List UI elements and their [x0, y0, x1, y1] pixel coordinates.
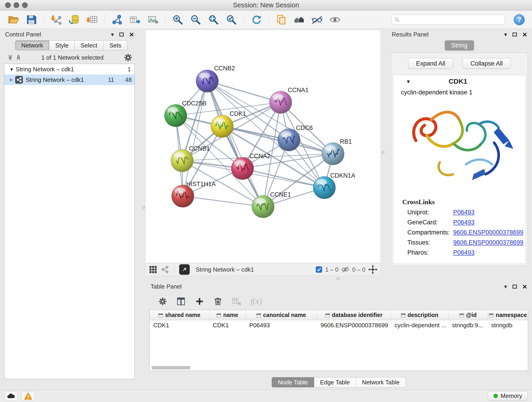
zoom-in-button[interactable]: [170, 12, 185, 27]
horizontal-scrollbar[interactable]: [152, 366, 525, 370]
panel-float-icon[interactable]: [119, 32, 124, 36]
zoom-fit-button[interactable]: [206, 12, 221, 27]
tab-select[interactable]: Select: [75, 40, 103, 51]
panel-collapse-icon[interactable]: ▾: [111, 32, 114, 37]
window-minimize-button[interactable]: [13, 2, 19, 8]
show-button[interactable]: [327, 12, 342, 27]
network-edge[interactable]: [207, 81, 263, 207]
zoom-out-button[interactable]: [188, 12, 203, 27]
network-row[interactable]: String Network – cdk1 11 48: [4, 75, 134, 85]
tab-network[interactable]: Network: [15, 40, 49, 51]
table-options-button[interactable]: [158, 297, 167, 306]
crosslink-link[interactable]: P06493: [453, 249, 475, 256]
open-in-window-button[interactable]: [179, 264, 190, 275]
tab-network-table[interactable]: Network Table: [356, 377, 406, 387]
tab-sets[interactable]: Sets: [103, 40, 127, 51]
network-node-CCNB2[interactable]: CCNB2: [196, 65, 235, 92]
network-node-RB1[interactable]: RB1: [322, 138, 352, 165]
tab-style[interactable]: Style: [49, 40, 75, 51]
table-cell[interactable]: CDK1: [150, 320, 209, 331]
panel-close-icon[interactable]: ×: [129, 31, 134, 38]
network-canvas[interactable]: CCNB2CCNA1CDC25BCDK1CDC6RB1CCNB1CCNA2CDK…: [145, 30, 381, 263]
expand-all-icon[interactable]: ≫: [15, 55, 22, 60]
memory-button[interactable]: Memory: [488, 391, 528, 401]
zoom-selected-button[interactable]: [224, 12, 239, 27]
new-network-button[interactable]: [109, 12, 125, 27]
panel-close-icon[interactable]: ×: [522, 31, 527, 38]
search-input[interactable]: [402, 16, 502, 23]
export-table-button[interactable]: [127, 12, 143, 27]
tab-node-table[interactable]: Node Table: [272, 377, 314, 387]
home-button[interactable]: [292, 12, 307, 27]
selected-checkbox-icon[interactable]: [316, 266, 322, 273]
column-header-namespace[interactable]: namespace: [488, 310, 528, 320]
column-header-canonical-name[interactable]: canonical name: [246, 310, 317, 320]
crosslink-link[interactable]: 9606.ENSP00000378699: [453, 239, 523, 246]
table-cell[interactable]: 9606.ENSP00000378699: [317, 320, 391, 331]
import-network-file-button[interactable]: [49, 12, 64, 27]
table-row[interactable]: CDK1CDK1P064939606.ENSP00000378699cyclin…: [150, 320, 528, 331]
network-edge[interactable]: [183, 81, 207, 196]
tab-edge-table[interactable]: Edge Table: [314, 377, 356, 387]
panel-collapse-icon[interactable]: ▾: [504, 32, 507, 37]
left-splitter-handle[interactable]: [142, 206, 145, 209]
network-overview-icon[interactable]: [161, 265, 169, 274]
network-graph[interactable]: CCNB2CCNA1CDC25BCDK1CDC6RB1CCNB1CCNA2CDK…: [146, 30, 380, 263]
table-cell[interactable]: cyclin-dependent ...: [391, 320, 448, 331]
right-splitter-handle[interactable]: [381, 151, 385, 154]
hidden-eye-slash-icon[interactable]: [341, 265, 349, 274]
bottom-splitter-handle[interactable]: [336, 277, 340, 280]
network-node-HIST1H1A[interactable]: HIST1H1A: [172, 181, 216, 207]
table-cell[interactable]: stringdb:9...: [448, 320, 488, 331]
copy-button[interactable]: [274, 12, 289, 27]
window-close-button[interactable]: [5, 2, 11, 8]
column-header-shared-name[interactable]: shared name: [150, 310, 209, 320]
panel-float-icon[interactable]: [513, 285, 517, 288]
save-session-button[interactable]: [24, 12, 39, 27]
add-column-button[interactable]: [195, 297, 204, 306]
network-edge[interactable]: [207, 81, 280, 102]
expand-all-button[interactable]: Expand All: [408, 58, 453, 69]
scrollbar-thumb[interactable]: [152, 366, 190, 370]
network-edge[interactable]: [183, 196, 263, 207]
import-network-database-button[interactable]: [67, 12, 82, 27]
panel-collapse-icon[interactable]: ▾: [504, 284, 507, 289]
hide-dialogs-button[interactable]: [310, 12, 325, 27]
tree-expand-icon[interactable]: ▾: [10, 66, 13, 72]
column-header--id[interactable]: @id: [448, 310, 488, 320]
cloud-button[interactable]: [4, 391, 17, 401]
help-button[interactable]: ?: [514, 14, 525, 25]
network-node-CDKN1A[interactable]: CDKN1A: [313, 172, 355, 199]
column-header-database-identifier[interactable]: database identifier: [317, 310, 391, 320]
network-options-gear-icon[interactable]: [124, 53, 133, 62]
column-header-description[interactable]: description: [391, 310, 448, 320]
column-header-name[interactable]: name: [209, 310, 246, 320]
section-collapse-icon[interactable]: ▾: [407, 78, 410, 85]
search-box[interactable]: [391, 15, 505, 25]
delete-table-button[interactable]: [232, 297, 241, 306]
collapse-all-button[interactable]: Collapse All: [462, 58, 511, 69]
panel-close-icon[interactable]: ×: [522, 283, 527, 290]
function-builder-button[interactable]: f(x): [250, 297, 262, 306]
table-cell[interactable]: P06493: [246, 320, 317, 331]
import-table-file-button[interactable]: [85, 12, 100, 27]
export-image-button[interactable]: [145, 12, 160, 27]
window-zoom-button[interactable]: [22, 2, 28, 8]
panel-float-icon[interactable]: [513, 32, 517, 36]
table-cell[interactable]: stringdb: [488, 320, 528, 331]
fit-content-crosshair-icon[interactable]: [368, 265, 377, 274]
network-node-CDK1[interactable]: CDK1: [211, 110, 246, 138]
crosslink-link[interactable]: 9606.ENSP00000378699: [453, 229, 523, 236]
tab-string[interactable]: String: [445, 40, 474, 51]
warnings-button[interactable]: [22, 391, 35, 401]
network-node-CCNA1[interactable]: CCNA1: [269, 87, 309, 114]
crosslink-link[interactable]: P06493: [453, 219, 475, 226]
delete-column-button[interactable]: [213, 297, 222, 306]
table-cell[interactable]: CDK1: [209, 320, 246, 331]
crosslink-link[interactable]: P06493: [453, 209, 475, 216]
network-collection-row[interactable]: ▾ String Network – cdk1 1: [4, 64, 134, 75]
refresh-button[interactable]: [249, 12, 264, 27]
collapse-all-icon[interactable]: ≫: [7, 55, 13, 60]
show-columns-button[interactable]: [176, 297, 186, 306]
open-session-button[interactable]: [6, 12, 21, 27]
